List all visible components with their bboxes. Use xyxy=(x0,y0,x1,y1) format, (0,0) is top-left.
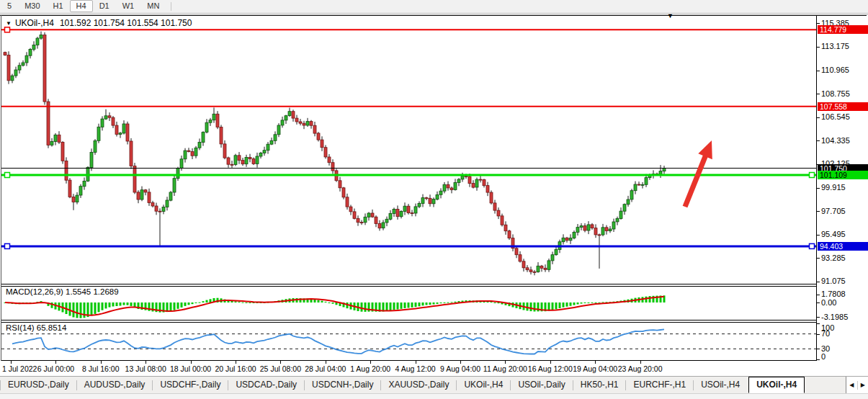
price-axis-tick xyxy=(817,211,820,212)
trend-arrow[interactable] xyxy=(685,140,712,207)
chart-tab-eurchf-h1[interactable]: EURCHF-,H1 xyxy=(626,377,693,393)
date-axis-tick xyxy=(280,361,281,364)
line-handle-support-green-right[interactable] xyxy=(810,173,815,178)
price-axis-label: 91.075 xyxy=(821,277,846,286)
chart-tab-eurusd-daily[interactable]: EURUSD-,Daily xyxy=(1,377,76,393)
date-axis-label: 4 Aug 12:00 xyxy=(391,364,440,373)
line-handle-support-green-left[interactable] xyxy=(5,173,10,178)
price-axis-label: 99.915 xyxy=(821,183,846,192)
chart-title: ▼ UKOil-,H4 101.592 101.754 101.554 101.… xyxy=(6,18,192,28)
chart-shift-marker-icon[interactable]: ▼ xyxy=(667,12,674,19)
toolbar-separator xyxy=(171,2,171,11)
price-axis-tick xyxy=(817,188,820,189)
date-axis-label: 23 Aug 20:00 xyxy=(616,364,665,373)
price-axis-tick xyxy=(817,235,820,236)
line-handle-support-blue-left[interactable] xyxy=(5,243,10,248)
tab-scroll-left-icon[interactable]: ◀ xyxy=(846,382,857,388)
timeframe-button-m30[interactable]: M30 xyxy=(18,0,46,12)
price-axis-label: 93.285 xyxy=(821,254,846,263)
chart-tab-usdcnh-daily[interactable]: USDCNH-,Daily xyxy=(305,377,380,393)
date-axis-tick xyxy=(460,361,461,364)
date-axis-label: 1 Aug 20:00 xyxy=(346,364,395,373)
candlestick-series xyxy=(4,32,666,276)
price-axis-label: 104.335 xyxy=(821,136,850,145)
date-axis-tick xyxy=(11,361,12,364)
price-axis-label: 108.755 xyxy=(821,89,850,99)
macd-axis-tick xyxy=(817,295,820,295)
date-axis-tick xyxy=(595,361,596,364)
chart-tab-hk50-h1[interactable]: HK50-,H1 xyxy=(573,377,626,393)
timeframe-button-d1[interactable]: D1 xyxy=(93,0,116,12)
timeframe-button-h4[interactable]: H4 xyxy=(70,0,93,12)
timeframe-button-w1[interactable]: W1 xyxy=(116,0,141,12)
chart-tabs-bar: EURUSD-,DailyAUDUSD-,DailyUSDCHF-,DailyU… xyxy=(0,376,868,393)
rsi-axis-tick xyxy=(817,334,820,335)
rsi-axis-tick xyxy=(817,359,820,360)
rsi-panel xyxy=(1,323,816,360)
toolbar-edge-dark xyxy=(0,14,868,14)
chart-symbol-title: UKOil-,H4 xyxy=(15,18,54,28)
date-axis-label: 16 Aug 12:00 xyxy=(526,364,575,373)
price-axis-tick xyxy=(817,71,820,71)
price-axis-tick xyxy=(817,140,820,141)
date-axis-tick xyxy=(505,361,506,364)
price-axis-tick xyxy=(817,258,820,259)
price-tag-resistance-mid: 107.558 xyxy=(818,102,868,111)
line-handle-support-blue-right[interactable] xyxy=(810,243,815,248)
chart-tab-usdchf-daily[interactable]: USDCHF-,Daily xyxy=(153,377,228,393)
macd-signal-line xyxy=(5,297,664,315)
date-axis-label: 19 Aug 04:00 xyxy=(571,364,619,373)
date-axis-tick xyxy=(191,361,192,364)
tab-scroll-box: ◀▶ xyxy=(846,377,868,393)
timeframe-button-mn[interactable]: MN xyxy=(140,0,166,12)
date-axis-label: 18 Jul 00:00 xyxy=(166,364,215,373)
macd-axis-label: 0.00 xyxy=(821,298,836,308)
price-tag-resistance-upper: 114.779 xyxy=(818,25,868,34)
macd-axis-tick xyxy=(817,317,820,318)
chart-tab-audusd-daily[interactable]: AUDUSD-,Daily xyxy=(77,377,153,393)
timeframe-button-h1[interactable]: H1 xyxy=(47,0,70,12)
date-axis[interactable]: 1 Jul 20226 Jul 00:008 Jul 16:0013 Jul 0… xyxy=(1,361,816,375)
price-axis-label: 106.545 xyxy=(821,112,850,122)
timeframe-button-5[interactable]: 5 xyxy=(1,0,18,12)
rsi-axis-tick xyxy=(817,323,820,324)
tab-scroll-right-icon[interactable]: ▶ xyxy=(858,382,868,388)
chart-tab-usoil-daily[interactable]: USOil-,Daily xyxy=(511,377,572,393)
price-axis-tick xyxy=(817,47,820,48)
date-axis-tick xyxy=(640,361,641,364)
date-axis-label: 13 Jul 08:00 xyxy=(121,364,170,373)
panel-divider-main-macd[interactable] xyxy=(1,284,816,287)
date-axis-label: 11 Aug 20:00 xyxy=(480,364,529,373)
date-axis-label: 28 Jul 04:00 xyxy=(301,364,350,373)
status-strip xyxy=(0,393,868,399)
chart-tab-ukoil-h4[interactable]: UKOil-,H4 xyxy=(457,377,510,393)
toolbar-edge-light xyxy=(0,12,868,13)
date-axis-tick xyxy=(550,361,551,364)
chart-tab-xauusd-daily[interactable]: XAUUSD-,Daily xyxy=(381,377,456,393)
timeframe-toolbar: 5M30H1H4D1W1MN xyxy=(0,0,868,12)
price-tag-support-green: 101.109 xyxy=(818,171,868,179)
chart-tab-usdcad-daily[interactable]: USDCAD-,Daily xyxy=(228,377,304,393)
price-axis-label: 110.965 xyxy=(821,66,849,75)
chart-tab-ukoil-h4[interactable]: UKOil-,H4 xyxy=(748,377,805,393)
date-axis-label: 8 Jul 16:00 xyxy=(76,364,125,373)
collapse-arrow-icon[interactable]: ▼ xyxy=(6,20,12,27)
date-axis-tick xyxy=(55,361,56,364)
date-axis-tick xyxy=(370,361,371,364)
chart-left-border xyxy=(1,15,1,361)
panel-divider-macd-rsi[interactable] xyxy=(1,320,816,323)
date-axis-label: 20 Jul 16:00 xyxy=(211,364,260,373)
price-axis-tick xyxy=(817,94,820,94)
macd-axis-label: -3.1985 xyxy=(821,313,848,322)
price-axis-label: 113.175 xyxy=(821,42,849,51)
horizontal-level-lines xyxy=(1,27,816,249)
date-axis-tick xyxy=(416,361,416,364)
rsi-axis-tick xyxy=(817,349,820,349)
chart-tab-usoil-h4[interactable]: USOil-,H4 xyxy=(694,377,747,393)
date-axis-tick xyxy=(326,361,326,364)
rsi-label: RSI(14) 65.8514 xyxy=(6,323,66,332)
price-tag-support-blue: 94.403 xyxy=(818,242,868,251)
date-axis-label: 6 Jul 00:00 xyxy=(31,364,80,373)
rsi-axis-label: 0 xyxy=(821,352,826,362)
price-axis-tick xyxy=(817,117,820,118)
